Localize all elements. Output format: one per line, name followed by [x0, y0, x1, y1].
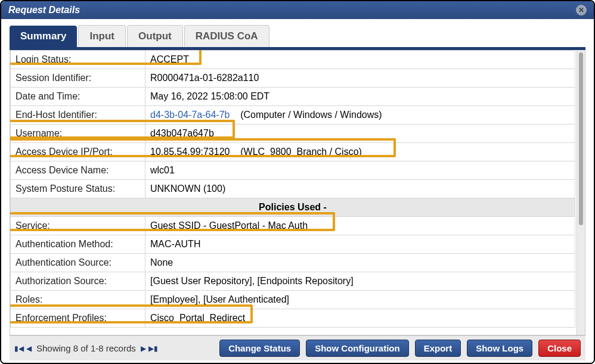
row-authentication-method: Authentication Method: MAC-AUTH: [11, 235, 575, 254]
row-access-device-name: Access Device Name: wlc01: [11, 161, 575, 180]
section-policies: Policies Used -: [11, 198, 575, 217]
footer: ▮◀ ◀ Showing 8 of 1-8 records ▶ ▶▮ Chang…: [10, 335, 585, 360]
row-authorization-source: Authorization Source: [Guest User Reposi…: [11, 272, 575, 291]
show-configuration-button[interactable]: Show Configuration: [306, 340, 408, 357]
value-end-host-identifier: d4-3b-04-7a-64-7b (Computer / Windows / …: [145, 106, 575, 125]
label-access-device-name: Access Device Name:: [11, 161, 145, 180]
value-enforcement-profiles-text: Cisco_Portal_Redirect: [150, 313, 245, 323]
value-access-device-ip-port: 10.85.54.99:73120 (WLC_9800_Branch / Cis…: [145, 143, 575, 161]
tab-radius-coa[interactable]: RADIUS CoA: [184, 25, 269, 47]
show-logs-button[interactable]: Show Logs: [467, 340, 532, 357]
value-roles: [Employee], [User Authenticated]: [145, 291, 575, 309]
label-roles: Roles:: [11, 291, 145, 309]
value-login-status: ACCEPT: [145, 51, 575, 69]
label-login-status: Login Status:: [11, 51, 145, 69]
label-service: Service:: [11, 217, 145, 235]
label-authorization-source: Authorization Source:: [11, 272, 145, 291]
row-session-identifier: Session Identifier: R0000471a-01-6282a11…: [11, 69, 575, 88]
value-access-device-ip-port-extra: (WLC_9800_Branch / Cisco): [240, 147, 362, 157]
scrollbar-thumb[interactable]: [579, 52, 583, 225]
pager: ▮◀ ◀ Showing 8 of 1-8 records ▶ ▶▮: [14, 343, 158, 353]
row-authentication-source: Authentication Source: None: [11, 254, 575, 272]
label-authentication-method: Authentication Method:: [11, 235, 145, 254]
row-end-host-identifier: End-Host Identifier: d4-3b-04-7a-64-7b (…: [11, 106, 575, 125]
pager-next-icon[interactable]: ▶: [141, 344, 146, 353]
window-title: Request Details: [8, 5, 80, 15]
value-access-device-name: wlc01: [145, 161, 575, 180]
value-username: d43b047a647b: [145, 125, 575, 143]
tab-bar: Summary Input Output RADIUS CoA: [10, 25, 585, 50]
tab-input[interactable]: Input: [78, 25, 126, 47]
change-status-button[interactable]: Change Status: [219, 340, 300, 357]
row-service: Service: Guest SSID - GuestPortal - Mac …: [11, 217, 575, 235]
label-username: Username:: [11, 125, 145, 143]
value-access-device-ip-port-text: 10.85.54.99:73120: [150, 147, 230, 157]
titlebar: Request Details ✕: [1, 1, 594, 19]
value-system-posture-status: UNKNOWN (100): [145, 180, 575, 198]
value-authentication-source: None: [145, 254, 575, 272]
value-authentication-method: MAC-AUTH: [145, 235, 575, 254]
pager-first-icon[interactable]: ▮◀: [14, 344, 24, 353]
value-authorization-source: [Guest User Repository], [Endpoints Repo…: [145, 272, 575, 291]
pager-prev-icon[interactable]: ◀: [26, 344, 32, 353]
value-username-text: d43b047a647b: [150, 128, 214, 138]
close-icon[interactable]: ✕: [576, 5, 587, 15]
end-host-mac-link[interactable]: d4-3b-04-7a-64-7b: [150, 110, 230, 120]
row-login-status: Login Status: ACCEPT: [11, 51, 575, 69]
row-access-device-ip-port: Access Device IP/Port: 10.85.54.99:73120…: [11, 143, 575, 161]
row-enforcement-profiles: Enforcement Profiles: Cisco_Portal_Redir…: [11, 309, 575, 328]
value-enforcement-profiles: Cisco_Portal_Redirect: [145, 309, 575, 328]
row-roles: Roles: [Employee], [User Authenticated]: [11, 291, 575, 309]
label-session-identifier: Session Identifier:: [11, 69, 145, 88]
value-service-text: Guest SSID - GuestPortal - Mac Auth: [150, 220, 308, 231]
label-authentication-source: Authentication Source:: [11, 254, 145, 272]
pager-last-icon[interactable]: ▶▮: [148, 344, 158, 353]
row-date-time: Date and Time: May 16, 2022 15:08:00 EDT: [11, 88, 575, 106]
row-system-posture-status: System Posture Status: UNKNOWN (100): [11, 180, 575, 198]
end-host-extra: (Computer / Windows / Windows): [240, 110, 382, 120]
label-date-time: Date and Time:: [11, 88, 145, 106]
pager-text: Showing 8 of 1-8 records: [36, 343, 136, 353]
details-content: Login Status: ACCEPT Session Identifier:…: [10, 50, 577, 335]
value-session-identifier: R0000471a-01-6282a110: [145, 69, 575, 88]
close-button[interactable]: Close: [538, 340, 581, 357]
value-date-time: May 16, 2022 15:08:00 EDT: [145, 88, 575, 106]
label-access-device-ip-port: Access Device IP/Port:: [11, 143, 145, 161]
label-enforcement-profiles: Enforcement Profiles:: [11, 309, 145, 328]
tab-summary[interactable]: Summary: [10, 26, 77, 47]
value-service: Guest SSID - GuestPortal - Mac Auth: [145, 217, 575, 235]
value-login-status-text: ACCEPT: [150, 54, 189, 64]
export-button[interactable]: Export: [415, 340, 461, 357]
dialog-window: Request Details ✕ Summary Input Output R…: [0, 0, 595, 364]
row-username: Username: d43b047a647b: [11, 125, 575, 143]
label-end-host-identifier: End-Host Identifier:: [11, 106, 145, 125]
label-system-posture-status: System Posture Status:: [11, 180, 145, 198]
scrollbar[interactable]: [577, 50, 585, 335]
tab-output[interactable]: Output: [127, 25, 183, 47]
details-table: Login Status: ACCEPT Session Identifier:…: [10, 50, 575, 328]
section-policies-header: Policies Used -: [11, 198, 575, 217]
